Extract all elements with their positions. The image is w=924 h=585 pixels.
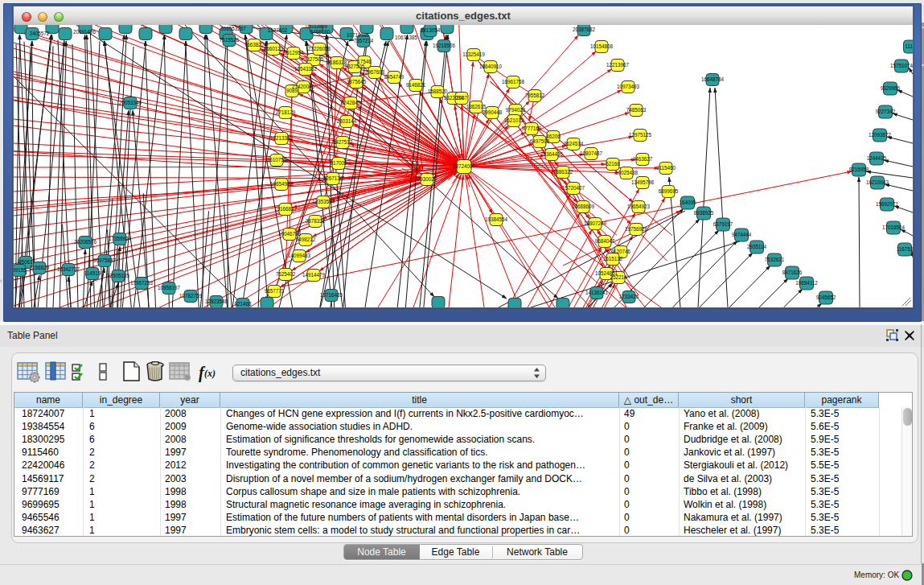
svg-text:1527602: 1527602 [268, 27, 288, 33]
svg-text:12505135: 12505135 [107, 273, 130, 278]
svg-text:7886322: 7886322 [553, 169, 573, 175]
svg-text:15720407: 15720407 [562, 185, 585, 191]
svg-text:39155: 39155 [14, 267, 27, 273]
svg-text:17546: 17546 [357, 59, 372, 64]
svg-text:106553267: 106553267 [220, 26, 246, 31]
svg-text:1733426: 1733426 [619, 294, 639, 299]
svg-text:8938925: 8938925 [694, 210, 714, 216]
svg-text:17016504: 17016504 [882, 225, 906, 230]
svg-text:85061: 85061 [18, 259, 33, 265]
svg-text:13495798: 13495798 [631, 179, 655, 185]
svg-text:9115460: 9115460 [656, 165, 676, 171]
svg-text:12823548: 12823548 [205, 299, 228, 304]
svg-text:1610755: 1610755 [267, 157, 287, 163]
svg-text:(x): (x) [204, 368, 216, 379]
svg-text:14136141: 14136141 [585, 290, 609, 295]
svg-text:9427512: 9427512 [333, 139, 353, 145]
svg-text:17957253: 17957253 [130, 280, 154, 286]
svg-text:3912954: 3912954 [284, 50, 304, 56]
svg-text:13716485: 13716485 [320, 292, 343, 298]
svg-text:11325419: 11325419 [462, 51, 485, 57]
svg-text:19218506: 19218506 [433, 43, 456, 48]
svg-text:1615132: 1615132 [603, 256, 623, 262]
svg-text:2037: 2037 [456, 95, 468, 101]
svg-text:20053346: 20053346 [119, 100, 142, 105]
svg-text:19756928: 19756928 [625, 226, 648, 232]
svg-text:7357214: 7357214 [354, 38, 374, 43]
svg-text:9463627: 9463627 [633, 156, 653, 162]
svg-text:16210643: 16210643 [866, 179, 889, 185]
svg-text:15751074: 15751074 [890, 63, 913, 68]
svg-text:7515526: 7515526 [220, 37, 240, 43]
svg-text:12213967: 12213967 [606, 62, 630, 68]
svg-text:9327505: 9327505 [304, 56, 324, 62]
svg-text:8267130: 8267130 [323, 175, 343, 181]
svg-text:10654112: 10654112 [795, 280, 818, 286]
svg-text:9245652: 9245652 [816, 295, 836, 300]
svg-text:10958197: 10958197 [158, 285, 181, 290]
svg-text:9684047: 9684047 [595, 238, 615, 244]
svg-text:19654982: 19654982 [270, 181, 294, 187]
svg-text:9794028: 9794028 [506, 107, 526, 113]
svg-text:12353594: 12353594 [312, 199, 335, 204]
svg-text:1120746: 1120746 [611, 249, 631, 254]
svg-text:8454749: 8454749 [384, 74, 405, 80]
svg-text:164095: 164095 [679, 200, 696, 205]
svg-text:10807487: 10807487 [580, 150, 603, 156]
svg-text:3878332: 3878332 [306, 218, 326, 224]
svg-text:6466160: 6466160 [310, 29, 331, 35]
svg-text:8215958: 8215958 [849, 167, 869, 172]
svg-text:20387682: 20387682 [573, 27, 596, 32]
svg-text:9474444: 9474444 [732, 232, 752, 237]
svg-text:17359924: 17359924 [109, 236, 132, 241]
svg-text:10671385: 10671385 [395, 35, 418, 40]
svg-text:10782759: 10782759 [179, 293, 203, 299]
svg-text:10046798: 10046798 [278, 231, 302, 237]
svg-text:19166827: 19166827 [274, 206, 298, 212]
svg-text:10688609: 10688609 [572, 204, 595, 209]
svg-text:3875645: 3875645 [347, 79, 367, 84]
svg-text:23226058: 23226058 [308, 46, 331, 51]
svg-text:9089: 9089 [286, 88, 298, 93]
svg-text:921468: 921468 [234, 301, 252, 307]
svg-text:2803144: 2803144 [337, 118, 357, 124]
svg-text:1244415: 1244415 [867, 155, 887, 161]
svg-text:90975887: 90975887 [93, 257, 117, 263]
svg-text:3624534: 3624534 [564, 141, 584, 146]
svg-text:114519: 114519 [84, 270, 101, 276]
svg-text:1621072: 1621072 [504, 117, 524, 123]
svg-text:16648784: 16648784 [701, 76, 725, 82]
svg-text:7632621: 7632621 [765, 257, 785, 262]
svg-text:6899695: 6899695 [659, 188, 679, 194]
svg-text:7485063: 7485063 [626, 107, 647, 113]
svg-text:1362615: 1362615 [466, 104, 487, 109]
svg-text:20206576: 20206576 [74, 239, 97, 245]
svg-text:2718129: 2718129 [276, 109, 296, 115]
svg-text:7955812: 7955812 [525, 93, 545, 98]
svg-text:12975125: 12975125 [629, 132, 652, 138]
svg-text:14914479: 14914479 [302, 272, 326, 278]
svg-text:2967608: 2967608 [365, 69, 385, 75]
svg-text:8813054: 8813054 [421, 27, 441, 33]
svg-text:9327505: 9327505 [345, 64, 365, 69]
svg-text:18807249: 18807249 [584, 220, 607, 226]
svg-text:18640910: 18640910 [479, 64, 503, 69]
svg-text:6497508: 6497508 [530, 138, 550, 144]
svg-text:20364436: 20364436 [540, 151, 564, 157]
svg-text:1156829: 1156829 [30, 265, 50, 270]
svg-text:9657771: 9657771 [265, 288, 285, 294]
svg-text:10973493: 10973493 [617, 84, 640, 89]
svg-text:19384554: 19384554 [485, 216, 508, 222]
svg-text:8471626: 8471626 [782, 270, 803, 275]
svg-text:7663822: 7663822 [244, 42, 265, 47]
svg-text:16961758: 16961758 [502, 79, 525, 84]
svg-text:9777169: 9777169 [522, 126, 542, 131]
svg-text:10025438: 10025438 [615, 170, 639, 175]
svg-text:10543382: 10543382 [294, 66, 318, 72]
svg-text:9146821: 9146821 [406, 82, 426, 88]
svg-text:19654923: 19654923 [627, 204, 651, 209]
svg-text:10154808: 10154808 [590, 43, 614, 49]
svg-text:12213382: 12213382 [270, 135, 294, 141]
svg-text:14099483: 14099483 [288, 253, 311, 258]
svg-text:8990448: 8990448 [483, 109, 503, 115]
